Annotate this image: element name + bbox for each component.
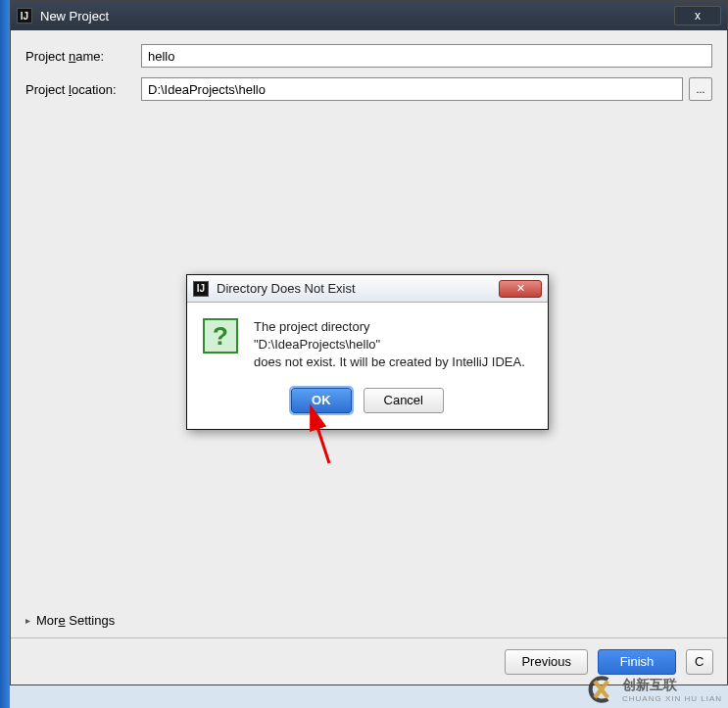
dialog-cancel-button[interactable]: Cancel — [364, 388, 444, 413]
browse-button[interactable]: ... — [689, 77, 712, 101]
dialog-message-line1: The project directory — [254, 318, 525, 336]
brand-main-text: 创新互联 — [622, 677, 677, 692]
dialog-button-row: OK Cancel — [187, 378, 548, 429]
dialog-close-button[interactable]: ✕ — [499, 280, 542, 298]
more-settings-label: More Settings — [36, 613, 115, 628]
window-close-button[interactable]: x — [674, 6, 721, 25]
cancel-button[interactable]: C — [686, 649, 713, 675]
dialog-body: ? The project directory "D:\IdeaProjects… — [187, 303, 548, 378]
brand-watermark: 创新互联 CHUANG XIN HU LIAN — [583, 675, 722, 704]
dialog-title: Directory Does Not Exist — [217, 281, 499, 296]
expand-icon: ▸ — [25, 615, 30, 626]
project-name-row: Project name: — [25, 44, 712, 68]
app-icon: IJ — [17, 8, 32, 24]
project-location-row: Project location: ... — [25, 77, 712, 101]
finish-button-label: Finish — [620, 654, 655, 669]
dialog-app-icon: IJ — [193, 281, 209, 297]
desktop-left-edge — [0, 0, 10, 708]
dialog-message: The project directory "D:\IdeaProjects\h… — [254, 318, 525, 372]
question-icon: ? — [203, 318, 238, 354]
brand-logo-icon — [583, 675, 616, 704]
dialog-titlebar: IJ Directory Does Not Exist ✕ — [187, 275, 548, 303]
project-location-label: Project location: — [25, 82, 141, 97]
directory-not-exist-dialog: IJ Directory Does Not Exist ✕ ? The proj… — [186, 274, 549, 430]
more-settings-toggle[interactable]: ▸ More Settings — [25, 613, 115, 628]
brand-sub-text: CHUANG XIN HU LIAN — [622, 694, 722, 703]
project-name-input[interactable] — [141, 44, 712, 68]
finish-button[interactable]: Finish — [598, 649, 676, 675]
project-name-label: Project name: — [25, 49, 141, 64]
brand-text-block: 创新互联 CHUANG XIN HU LIAN — [622, 676, 722, 703]
dialog-message-line3: does not exist. It will be created by In… — [254, 354, 525, 371]
annotation-arrow — [302, 409, 341, 468]
previous-button-label: Previous — [521, 654, 571, 669]
previous-button[interactable]: Previous — [505, 649, 588, 675]
dialog-message-line2: "D:\IdeaProjects\hello" — [254, 336, 525, 354]
window-titlebar: IJ New Project x — [11, 1, 727, 30]
ok-button-label: OK — [312, 393, 331, 407]
cancel-button-label: C — [695, 654, 704, 669]
svg-line-0 — [314, 415, 329, 463]
dialog-cancel-button-label: Cancel — [384, 393, 423, 407]
project-location-input[interactable] — [141, 77, 683, 101]
window-title: New Project — [40, 9, 674, 24]
